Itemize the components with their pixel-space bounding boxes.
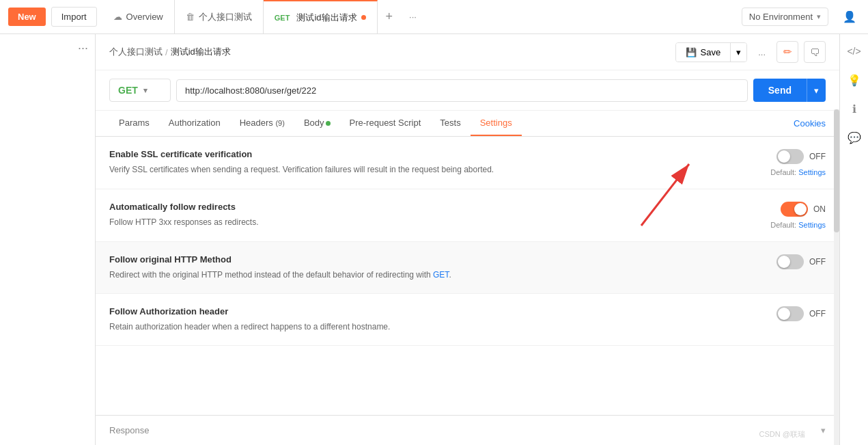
unsaved-dot xyxy=(361,15,366,20)
http-method-setting-title: Follow original HTTP Method xyxy=(109,254,601,265)
profile-icon-button[interactable]: 👤 xyxy=(839,7,860,27)
ssl-toggle[interactable] xyxy=(776,149,804,164)
cookies-link[interactable]: Cookies xyxy=(794,111,826,135)
breadcrumb-more-button[interactable]: ... xyxy=(753,44,771,60)
sidebar-left: ··· xyxy=(0,34,96,445)
http-method-setting-row: Follow original HTTP Method Redirect wit… xyxy=(96,242,839,294)
sidebar-right: </> 💡 ℹ 💬 xyxy=(839,34,868,445)
http-method-toggle[interactable] xyxy=(776,254,804,269)
response-bar[interactable]: Response ▾ xyxy=(96,415,839,445)
chevron-down-icon: ▾ xyxy=(143,86,148,95)
add-tab-button[interactable]: + xyxy=(378,0,402,33)
trash-icon: 🗑 xyxy=(186,12,195,22)
ssl-setting-desc: Verify SSL certificates when sending a r… xyxy=(109,163,601,176)
redirects-setting-info: Automatically follow redirects Follow HT… xyxy=(109,202,601,228)
ssl-setting-row: Enable SSL certificate verification Veri… xyxy=(96,137,839,189)
sidebar-more-button[interactable]: ··· xyxy=(0,34,95,62)
auth-header-toggle-row: OFF xyxy=(776,306,826,321)
http-method-setting-info: Follow original HTTP Method Redirect wit… xyxy=(109,254,601,281)
redirects-toggle-label: ON xyxy=(813,204,826,214)
top-bar: New Import ☁ Overview 🗑 个人接口测试 GET 测试id输… xyxy=(0,0,868,34)
save-dropdown-button[interactable]: ▾ xyxy=(730,43,746,62)
auth-header-toggle[interactable] xyxy=(776,306,804,321)
cloud-icon: ☁ xyxy=(113,12,122,22)
save-label: Save xyxy=(701,47,721,57)
content-area: 个人接口测试 / 测试id输出请求 💾 Save ▾ ... ✏ 🗨 xyxy=(96,34,839,445)
http-method-toggle-row: OFF xyxy=(776,254,826,269)
env-label: No Environment xyxy=(749,12,813,22)
send-button[interactable]: Send xyxy=(753,79,807,102)
response-label: Response xyxy=(109,425,150,435)
chevron-down-icon: ▾ xyxy=(736,47,741,57)
url-bar: GET ▾ Send ▾ xyxy=(96,70,839,111)
request-tabs: Params Authorization Headers (9) Body Pr… xyxy=(96,111,839,137)
code-icon-button[interactable]: </> xyxy=(844,41,865,62)
tab-authorization[interactable]: Authorization xyxy=(159,111,230,136)
method-label: GET xyxy=(118,85,138,96)
url-input[interactable] xyxy=(176,79,748,102)
auth-header-setting-desc: Retain authorization header when a redir… xyxy=(109,321,601,333)
get-badge: GET xyxy=(275,14,290,22)
tabs-more-button[interactable]: ··· xyxy=(401,0,425,33)
ssl-setting-title: Enable SSL certificate verification xyxy=(109,149,601,159)
tabs-bar: ☁ Overview 🗑 个人接口测试 GET 测试id输出请求 + ··· xyxy=(102,0,736,33)
ssl-default: Default: Settings xyxy=(770,168,826,176)
tab-request[interactable]: GET 测试id输出请求 xyxy=(264,0,378,33)
http-method-setting-control: OFF xyxy=(744,254,826,269)
ssl-setting-control: OFF Default: Settings xyxy=(744,149,826,176)
breadcrumb: 个人接口测试 / 测试id输出请求 💾 Save ▾ ... ✏ 🗨 xyxy=(96,34,839,70)
lightbulb-icon-button[interactable]: 💡 xyxy=(844,70,865,90)
auth-header-toggle-label: OFF xyxy=(809,309,826,319)
send-group: Send ▾ xyxy=(753,79,826,102)
auth-header-setting-info: Follow Authorization header Retain autho… xyxy=(109,306,601,333)
import-button[interactable]: Import xyxy=(51,7,97,27)
tab-request-label: 测试id输出请求 xyxy=(296,12,356,24)
tab-settings[interactable]: Settings xyxy=(471,111,522,136)
ssl-settings-link[interactable]: Settings xyxy=(798,168,826,176)
tab-body[interactable]: Body xyxy=(294,111,340,136)
ssl-toggle-label: OFF xyxy=(809,152,826,161)
http-method-toggle-label: OFF xyxy=(809,257,826,267)
ssl-setting-info: Enable SSL certificate verification Veri… xyxy=(109,149,601,176)
redirects-setting-title: Automatically follow redirects xyxy=(109,202,601,212)
chevron-down-icon: ▾ xyxy=(814,85,819,96)
new-button[interactable]: New xyxy=(8,8,46,26)
save-icon: 💾 xyxy=(686,47,697,57)
auth-header-setting-row: Follow Authorization header Retain autho… xyxy=(96,294,839,346)
tab-prerequest[interactable]: Pre-request Script xyxy=(340,111,431,136)
redirects-setting-desc: Follow HTTP 3xx responses as redirects. xyxy=(109,216,601,228)
redirects-toggle[interactable] xyxy=(781,202,808,217)
redirects-setting-control: ON Default: Settings xyxy=(744,202,826,229)
env-selector[interactable]: No Environment ▾ xyxy=(742,8,828,26)
tab-personal[interactable]: 🗑 个人接口测试 xyxy=(175,0,264,33)
tab-overview[interactable]: ☁ Overview xyxy=(102,0,175,33)
auth-header-setting-control: OFF xyxy=(744,306,826,321)
settings-content: Enable SSL certificate verification Veri… xyxy=(96,137,839,415)
comment-icon-button[interactable]: 🗨 xyxy=(804,41,826,63)
info-icon-button[interactable]: ℹ xyxy=(844,98,865,119)
tab-personal-label: 个人接口测试 xyxy=(199,11,252,23)
method-select[interactable]: GET ▾ xyxy=(109,79,171,102)
chevron-down-icon: ▾ xyxy=(817,12,821,21)
auth-header-setting-title: Follow Authorization header xyxy=(109,306,601,316)
breadcrumb-actions: 💾 Save ▾ ... ✏ 🗨 xyxy=(675,41,826,63)
breadcrumb-parent[interactable]: 个人接口测试 xyxy=(109,46,163,58)
tab-tests[interactable]: Tests xyxy=(430,111,470,136)
tab-overview-label: Overview xyxy=(126,12,163,22)
http-method-setting-desc: Redirect with the original HTTP method i… xyxy=(109,269,601,281)
body-dot xyxy=(326,121,331,126)
tab-headers[interactable]: Headers (9) xyxy=(230,111,294,136)
comment-icon-button[interactable]: 💬 xyxy=(844,127,865,148)
redirects-toggle-row: ON xyxy=(781,202,826,217)
save-group: 💾 Save ▾ xyxy=(675,42,748,62)
response-chevron-icon: ▾ xyxy=(821,425,826,435)
save-button[interactable]: 💾 Save xyxy=(676,43,731,62)
edit-icon-button[interactable]: ✏ xyxy=(776,41,798,63)
breadcrumb-sep: / xyxy=(165,47,168,57)
send-dropdown-button[interactable]: ▾ xyxy=(807,79,826,102)
tab-params[interactable]: Params xyxy=(109,111,159,136)
redirects-setting-row: Automatically follow redirects Follow HT… xyxy=(96,189,839,242)
redirects-settings-link[interactable]: Settings xyxy=(798,221,826,229)
breadcrumb-current: 测试id输出请求 xyxy=(171,46,231,58)
watermark: CSDN @联瑞 xyxy=(759,429,805,440)
